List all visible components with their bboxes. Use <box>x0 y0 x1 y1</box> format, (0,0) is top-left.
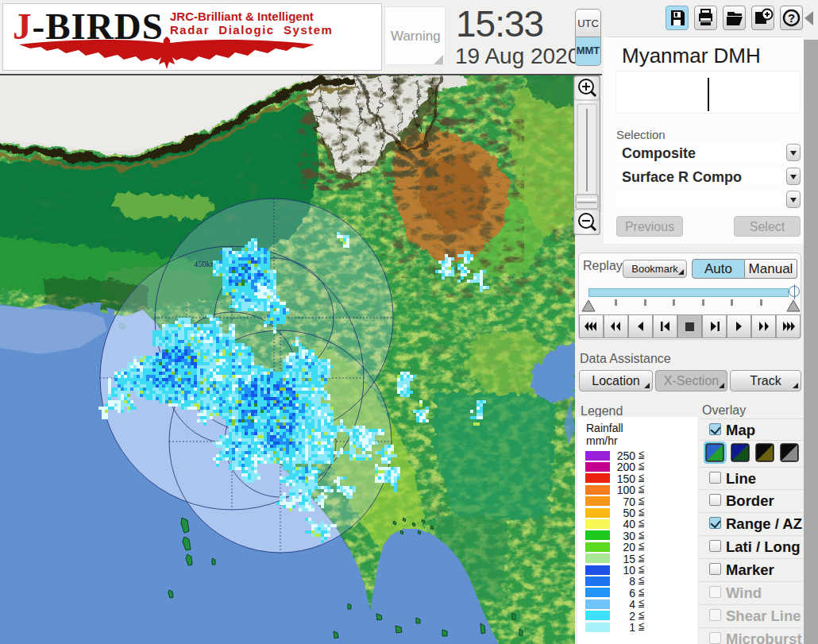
svg-text:?: ? <box>788 11 795 25</box>
